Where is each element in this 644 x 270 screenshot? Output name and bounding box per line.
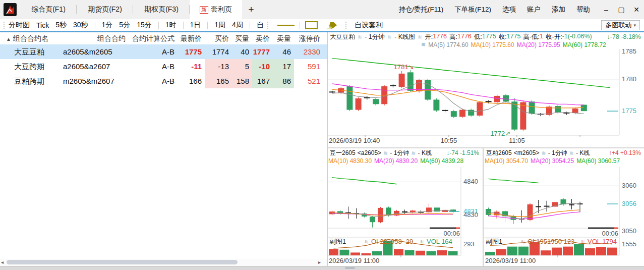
column-header[interactable]: 卖价 [252,32,273,44]
toolbar-separator [158,22,159,29]
column-header[interactable]: 涨停价 [294,32,323,44]
menu-item[interactable]: 选项 [497,5,521,14]
column-header[interactable]: 合约计算公式 [129,32,178,44]
svg-text:1775: 1775 [622,107,636,115]
toolbar-separator [183,22,184,29]
table-horizontal-scrollbar[interactable]: ◂ ▸ [0,259,327,266]
menu-item[interactable]: 持仓/委托(F11) [393,5,449,14]
period-button[interactable]: 1分 [102,21,113,30]
cell-formula: A-B [129,59,178,74]
multi-chart-link-button[interactable]: 多图联动 ▾ [601,20,640,30]
cell-limit-up: 2330 [294,44,323,59]
multi-chart-link-label: 多图联动 [605,21,631,30]
window-bottom-edge [0,266,644,270]
toolbar-separator [300,22,300,29]
header-label: 合约计算公式 [132,34,174,42]
column-header[interactable]: 卖量 [273,32,294,44]
tab-item[interactable]: 期货页(F2) [77,0,133,19]
period-button[interactable]: 5秒 [55,21,67,30]
cell-formula: A-B [129,74,178,88]
toolbar-separator [95,22,95,29]
m-chart-canvas[interactable]: 3060305630502026/03/19 11:0000:06副图1≋OI … [484,148,644,266]
spread-kline-chart-panel[interactable]: 大豆豆粕≋- 1分钟≋- K线图≋开:1776高:1776低:1775收:177… [328,32,644,147]
chart-splitter-vertical[interactable] [483,148,484,266]
chart-toolbar: 分时图Tick5秒30秒1分5分15分1时1日1周4周自 自设套利 多图联动 ▾ [0,19,644,31]
trendline-tool-icon[interactable] [277,25,295,26]
menu-item[interactable]: 下单板(F12) [449,5,497,14]
tab-item[interactable]: 综合页(F1) [20,0,77,19]
column-header[interactable]: 买价 [205,32,232,44]
menu-item[interactable]: 添加 [546,5,571,14]
menu-item[interactable]: 账户 [521,5,546,14]
table-row[interactable]: 大豆豆粕a2605&m2605A-B17751774401777462330 [0,44,327,59]
cell-ask-volume: 86 [273,74,294,88]
app-logo [0,0,20,19]
svg-text:≋: ≋ [520,239,525,245]
toolbar-grip[interactable] [345,21,347,29]
maximize-button[interactable]: ▢ [614,6,629,14]
period-button[interactable]: 1周 [214,21,225,30]
table-header-row: ▲组合合约名组合合约合约计算公式最新价买价买量卖价卖量涨停价 [0,32,327,44]
tab-bar: 综合页(F1)期货页(F2)期权页(F3)新套利页+ 持仓/委托(F11)下单板… [0,0,644,19]
column-header[interactable]: 最新价 [178,32,205,44]
cell-name: 豆粕跨期 [0,74,55,88]
column-header[interactable]: ▲组合合约名 [0,32,55,44]
add-tab-button[interactable]: + [242,0,260,19]
cell-limit-up: 521 [294,74,323,88]
trading-app-window: 综合页(F1)期货页(F2)期权页(F3)新套利页+ 持仓/委托(F11)下单板… [0,0,644,270]
a-chart-canvas[interactable]: 4840483148302026/03/19 11:0000:06副图1≋OI … [328,148,482,266]
active-tab-label: 套利页 [211,5,232,14]
period-button[interactable]: 30秒 [73,21,88,30]
header-label: 涨停价 [299,34,320,42]
rectangle-tool-icon[interactable] [305,21,318,29]
cell-name: 大豆豆粕 [0,44,55,59]
svg-text:OI 1951950 123: OI 1951950 123 [528,238,574,245]
app-logo-icon [4,3,17,16]
period-button[interactable]: 自 [257,21,264,30]
header-label: 买量 [235,34,249,42]
period-button[interactable]: Tick [36,21,49,29]
period-button[interactable]: 4周 [232,21,243,30]
column-header[interactable]: 买量 [232,32,252,44]
period-button[interactable]: 15分 [137,21,152,30]
cell-ask-price: 167 [252,74,273,88]
svg-text:1772↗: 1772↗ [490,130,510,137]
toolbar-separator [207,22,208,29]
period-button[interactable]: 分时图 [9,21,30,30]
close-button[interactable]: ✕ [629,6,644,14]
period-selector: 分时图Tick5秒30秒1分5分15分1时1日1周4周自 [9,21,264,30]
svg-text:4830: 4830 [463,211,478,219]
period-button[interactable]: 1时 [165,21,177,30]
header-label: 卖量 [277,34,291,42]
svg-text:3050: 3050 [622,227,636,235]
scroll-left-arrow-icon[interactable]: ◂ [1,259,4,265]
column-header[interactable]: 组合合约 [55,32,129,44]
cell-last-price: -11 [178,59,205,74]
scrollbar-thumb[interactable] [7,260,238,264]
toolbar-grip[interactable] [3,21,6,29]
table-row[interactable]: 大豆跨期a2605&a2607A-B-11-135-1017591 [0,59,327,74]
header-label: 组合合约 [97,34,126,42]
scroll-right-arrow-icon[interactable]: ▸ [318,259,321,265]
tab-item[interactable]: 期权页(F3) [133,0,190,19]
eraser-tool-icon[interactable] [327,21,338,29]
a2605-kline-chart-panel[interactable]: 豆一2605<a2605>≋- 1分钟≋- K线↓-74 -1.51%MA(10… [328,148,482,266]
svg-text:00:06: 00:06 [443,230,460,237]
tab-active[interactable]: 新套利页 [190,0,242,19]
bottom-scrollbar-nub[interactable] [345,267,355,269]
toolbar-grip[interactable] [267,21,269,29]
header-label: 买价 [215,34,229,42]
main-chart-canvas[interactable]: 1785178017751781↘1772↗2026/03/19 10:4010… [328,32,644,147]
cell-bid-price: 165 [205,74,232,88]
menu-item[interactable]: 帮助 [571,5,596,14]
m2605-kline-chart-panel[interactable]: 豆粕2605<m2605>≋- 1分钟≋- K线↑+4 +0.13%MA(10)… [484,148,644,266]
svg-text:副图1: 副图1 [329,238,346,245]
new-badge: 新 [200,6,208,14]
period-button[interactable]: 5分 [119,21,130,30]
svg-text:2026/03/19 10:40: 2026/03/19 10:40 [329,137,380,144]
cell-contract: m2605&m2607 [55,74,129,88]
period-button[interactable]: 1日 [190,21,201,30]
table-row[interactable]: 豆粕跨期m2605&m2607A-B16616515816786521 [0,74,327,88]
minimize-button[interactable]: – [599,6,614,14]
cell-ask-price: 1777 [252,44,273,59]
